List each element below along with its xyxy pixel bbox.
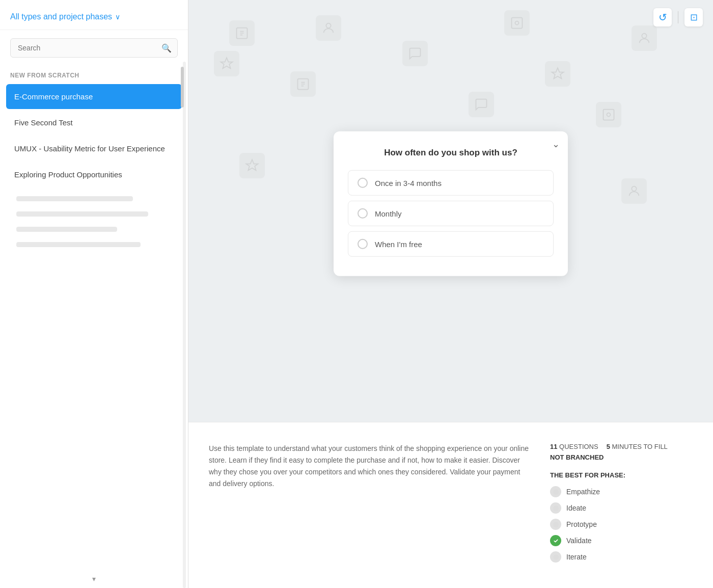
survey-option-3[interactable]: When I'm free — [348, 231, 554, 257]
placeholder-line-4 — [16, 242, 141, 247]
svg-rect-6 — [604, 110, 614, 120]
external-link-icon: ⊡ — [690, 12, 698, 23]
phase-icon-prototype — [550, 519, 561, 530]
sidebar-item-ecommerce[interactable]: E-Commerce purchase — [6, 84, 182, 109]
placeholder-lines — [6, 188, 182, 265]
radio-circle-2 — [358, 208, 368, 219]
svg-point-8 — [632, 186, 636, 191]
radio-circle-3 — [358, 239, 368, 249]
option-text-1: Once in 3-4 months — [375, 178, 442, 187]
bg-icon-4 — [402, 41, 428, 66]
bg-icon-12 — [621, 178, 647, 204]
minutes-stat: 5 MINUTES TO FILL — [607, 443, 668, 450]
svg-rect-2 — [512, 18, 523, 29]
sidebar-item-exploring[interactable]: Exploring Product Opportunities — [6, 162, 182, 187]
filter-dropdown[interactable]: All types and project phases ∨ — [10, 12, 178, 21]
phase-ideate: Ideate — [550, 502, 693, 514]
svg-point-1 — [326, 23, 331, 28]
bg-icon-2 — [316, 15, 341, 41]
bg-icon-10 — [596, 102, 621, 127]
svg-point-7 — [607, 113, 611, 117]
phase-label-prototype: Prototype — [566, 520, 597, 528]
option-text-3: When I'm free — [375, 239, 422, 248]
sidebar-header: All types and project phases ∨ — [0, 0, 188, 30]
phase-iterate: Iterate — [550, 551, 693, 563]
filter-dropdown-label: All types and project phases — [10, 12, 112, 21]
scroll-down-arrow[interactable]: ▾ — [0, 570, 188, 588]
sidebar: All types and project phases ∨ 🔍 NEW FRO… — [0, 0, 188, 588]
meta-stats: 11 QUESTIONS 5 MINUTES TO FILL — [550, 443, 693, 450]
search-container: 🔍 — [10, 38, 178, 58]
bg-icon-9 — [469, 92, 494, 117]
info-section: Use this template to understand what you… — [188, 422, 713, 588]
phase-icon-empathize — [550, 486, 561, 497]
bg-icon-3 — [214, 51, 239, 76]
phase-label-ideate: Ideate — [566, 504, 586, 512]
sidebar-scroll-area: NEW FROM SCRATCH E-Commerce purchase Fiv… — [0, 62, 188, 588]
bg-icon-5 — [504, 10, 530, 36]
info-description: Use this template to understand what you… — [209, 443, 530, 568]
phase-icon-validate — [550, 535, 561, 546]
phase-title: THE BEST FOR PHASE: — [550, 471, 693, 479]
search-input[interactable] — [10, 38, 178, 58]
card-chevron-icon: ⌄ — [552, 139, 560, 150]
refresh-icon: ↺ — [659, 11, 667, 23]
sidebar-items-list: E-Commerce purchase Five Second Test UMU… — [0, 84, 188, 570]
radio-circle-1 — [358, 178, 368, 188]
sidebar-item-five-second[interactable]: Five Second Test — [6, 110, 182, 135]
phase-prototype: Prototype — [550, 519, 693, 530]
svg-point-3 — [515, 21, 519, 25]
info-meta: 11 QUESTIONS 5 MINUTES TO FILL NOT BRANC… — [550, 443, 693, 568]
branched-label: NOT BRANCHED — [550, 453, 693, 461]
phase-empathize: Empathize — [550, 486, 693, 497]
survey-question: How often do you shop with us? — [348, 148, 554, 158]
svg-point-11 — [553, 505, 559, 511]
svg-point-4 — [642, 34, 646, 38]
preview-toolbar: ↺ ⊡ — [653, 8, 703, 26]
placeholder-line-1 — [16, 196, 133, 201]
preview-area: ↺ ⊡ ⌄ How often do you shop with us? Onc… — [188, 0, 713, 422]
bg-icon-8 — [290, 71, 316, 97]
phase-label-iterate: Iterate — [566, 553, 587, 561]
chevron-down-icon: ∨ — [115, 13, 120, 21]
external-link-button[interactable]: ⊡ — [684, 8, 703, 26]
placeholder-line-3 — [16, 227, 117, 232]
search-icon: 🔍 — [161, 43, 172, 53]
bg-icon-1 — [229, 20, 255, 46]
placeholder-line-2 — [16, 211, 148, 217]
main-content: ↺ ⊡ ⌄ How often do you shop with us? Onc… — [188, 0, 713, 588]
svg-point-12 — [553, 522, 559, 527]
bg-icon-7 — [632, 25, 657, 51]
refresh-button[interactable]: ↺ — [653, 8, 672, 26]
sidebar-item-umux[interactable]: UMUX - Usability Metric for User Experie… — [6, 136, 182, 161]
survey-option-2[interactable]: Monthly — [348, 201, 554, 226]
svg-point-14 — [553, 554, 559, 560]
scroll-track — [183, 62, 186, 588]
phase-label-validate: Validate — [566, 537, 592, 545]
survey-card: ⌄ How often do you shop with us? Once in… — [334, 131, 568, 276]
option-text-2: Monthly — [375, 209, 402, 218]
phase-icon-ideate — [550, 502, 561, 514]
phase-icon-iterate — [550, 551, 561, 563]
scroll-thumb[interactable] — [181, 67, 184, 108]
bg-icon-6 — [545, 61, 570, 87]
survey-option-1[interactable]: Once in 3-4 months — [348, 170, 554, 196]
phase-label-empathize: Empathize — [566, 488, 600, 496]
section-label: NEW FROM SCRATCH — [0, 62, 188, 84]
toolbar-divider — [678, 11, 678, 23]
questions-stat: 11 QUESTIONS — [550, 443, 598, 450]
phase-validate: Validate — [550, 535, 693, 546]
svg-point-10 — [553, 489, 559, 495]
bg-icon-11 — [239, 153, 265, 178]
